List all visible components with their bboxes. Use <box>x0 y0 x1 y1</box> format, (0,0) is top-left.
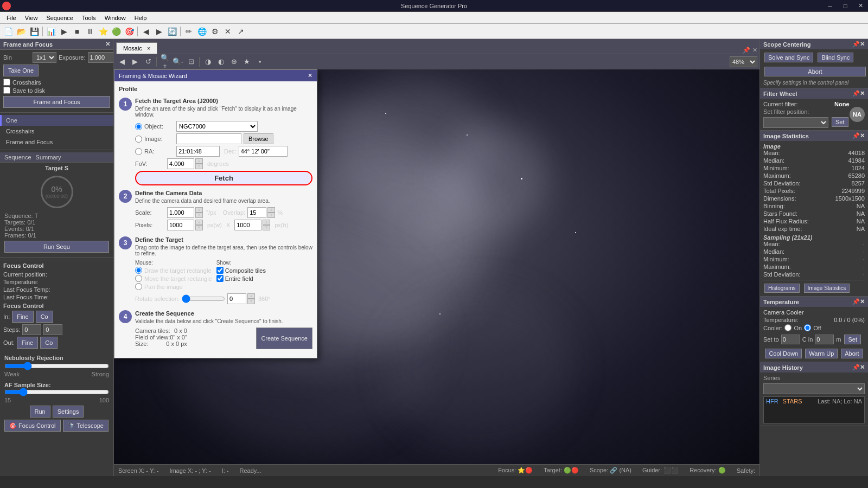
mosaic-tab[interactable]: Mosaic × <box>116 42 157 54</box>
menu-sequence[interactable]: Sequence <box>42 14 78 22</box>
af-sample-slider[interactable] <box>4 388 109 396</box>
ra-input[interactable] <box>176 146 220 157</box>
histograms-tab-button[interactable]: Histograms <box>764 284 800 293</box>
sidebar-item-one[interactable]: One <box>0 115 113 126</box>
toolbar-settings[interactable]: ⚙ <box>209 25 221 37</box>
close-button[interactable]: ✕ <box>853 0 868 12</box>
filter-set-button[interactable]: Set <box>832 117 848 127</box>
tab-area-close[interactable]: ✕ <box>752 47 757 54</box>
toolbar-refresh[interactable]: 🔄 <box>166 25 178 37</box>
menu-window[interactable]: Window <box>100 14 130 22</box>
toolbar-left[interactable]: ◀ <box>140 25 152 37</box>
image-input[interactable] <box>176 133 241 144</box>
move-rect-radio[interactable] <box>135 275 142 282</box>
telescope-button[interactable]: 🔭 Telescope <box>63 420 108 432</box>
img-back-button[interactable]: ◀ <box>116 56 128 68</box>
coarse-out-button[interactable]: Co <box>40 337 58 349</box>
fine-in-button[interactable]: Fine <box>12 311 33 323</box>
img-forward-button[interactable]: ▶ <box>129 56 141 68</box>
scope-abort-button[interactable]: Abort <box>764 67 866 76</box>
toolbar-pause[interactable]: ⏸ <box>84 25 96 37</box>
fov-up-arrow[interactable]: ▲ <box>195 158 203 164</box>
scale-up-arrow[interactable]: ▲ <box>195 207 203 213</box>
img-contrast-button[interactable]: ◑ <box>202 56 214 68</box>
image-history-controls[interactable]: 📌✕ <box>852 364 865 371</box>
rotate-input[interactable] <box>227 293 246 304</box>
dec-input[interactable] <box>239 146 288 157</box>
fine-out-button[interactable]: Fine <box>17 337 38 349</box>
frame-focus-close[interactable]: ✕ <box>105 41 110 48</box>
filter-wheel-controls[interactable]: 📌✕ <box>852 90 865 97</box>
toolbar-globe[interactable]: 🌐 <box>196 25 208 37</box>
crosshairs-checkbox[interactable] <box>3 79 10 86</box>
blind-sync-button[interactable]: Blind Sync <box>818 53 853 62</box>
menu-tools[interactable]: Tools <box>78 14 100 22</box>
cooler-on-radio[interactable] <box>784 324 792 331</box>
sidebar-item-crosshairs[interactable]: Crosshairs <box>0 126 113 137</box>
scope-centering-pin[interactable]: 📌✕ <box>852 41 865 48</box>
series-select[interactable] <box>763 383 865 394</box>
pixels-h-input[interactable] <box>234 220 261 230</box>
toolbar-save[interactable]: 💾 <box>28 25 40 37</box>
browse-button[interactable]: Browse <box>244 133 273 144</box>
img-crosshair-button[interactable]: ⊕ <box>228 56 240 68</box>
toolbar-target[interactable]: 🎯 <box>123 25 135 37</box>
cooler-off-radio[interactable] <box>804 324 811 331</box>
steps-input-1[interactable] <box>22 324 41 335</box>
maximize-button[interactable]: □ <box>838 0 853 12</box>
img-zoom-in-button[interactable]: 🔍+ <box>159 56 171 68</box>
object-select[interactable]: NGC7000 <box>176 121 258 132</box>
entire-field-checkbox[interactable] <box>216 275 224 282</box>
composite-tiles-checkbox[interactable] <box>216 267 224 274</box>
coarse-in-button[interactable]: Co <box>36 311 53 323</box>
filter-position-select[interactable] <box>763 117 828 128</box>
cool-down-button[interactable]: Cool Down <box>765 349 802 358</box>
toolbar-pencil[interactable]: ✏ <box>183 25 195 37</box>
overlap-down-arrow[interactable]: ▼ <box>267 213 275 218</box>
fetch-button[interactable]: Fetch <box>135 171 312 185</box>
toolbar-open[interactable]: 📂 <box>15 25 27 37</box>
pixels-h-down[interactable]: ▼ <box>263 225 270 230</box>
menu-file[interactable]: File <box>2 14 21 22</box>
toolbar-delete[interactable]: ✕ <box>222 25 234 37</box>
toolbar-star[interactable]: ⭐ <box>97 25 109 37</box>
overlap-up-arrow[interactable]: ▲ <box>267 207 275 213</box>
pixels-h-up[interactable]: ▲ <box>263 220 270 225</box>
run-sequence-button[interactable]: Run Sequ <box>4 241 109 253</box>
summary-tab[interactable]: Summary <box>36 154 61 160</box>
img-square-button[interactable]: ▪ <box>254 56 266 68</box>
scale-input[interactable] <box>167 207 194 218</box>
save-disk-checkbox[interactable] <box>3 87 10 94</box>
toolbar-export[interactable]: ↗ <box>235 25 247 37</box>
warm-up-button[interactable]: Warm Up <box>805 349 838 358</box>
temp-set-button[interactable]: Set <box>844 335 861 344</box>
toolbar-green[interactable]: 🟢 <box>110 25 122 37</box>
temperature-controls[interactable]: 📌✕ <box>852 298 865 305</box>
c-in-input[interactable] <box>815 335 834 344</box>
ra-radio[interactable] <box>135 148 142 155</box>
pixels-w-up[interactable]: ▲ <box>195 220 203 225</box>
toolbar-stop[interactable]: ■ <box>71 25 83 37</box>
take-one-button[interactable]: Take One <box>3 65 39 76</box>
toolbar-right[interactable]: ▶ <box>153 25 165 37</box>
set-to-input[interactable] <box>781 335 800 344</box>
overlap-input[interactable] <box>247 207 266 218</box>
frame-focus-button[interactable]: Frame and Focus <box>3 96 110 108</box>
image-radio[interactable] <box>135 136 142 143</box>
pan-radio[interactable] <box>135 283 142 290</box>
scale-down-arrow[interactable]: ▼ <box>195 213 203 218</box>
wizard-close-button[interactable]: ✕ <box>308 72 312 79</box>
toolbar-play[interactable]: ▶ <box>58 25 70 37</box>
menu-view[interactable]: View <box>21 14 42 22</box>
image-stats-controls[interactable]: 📌✕ <box>852 132 865 139</box>
temp-abort-button[interactable]: Abort <box>841 349 863 358</box>
sequence-tab[interactable]: Sequence <box>4 154 31 160</box>
sidebar-item-frame-focus[interactable]: Frame and Focus <box>0 137 113 147</box>
focus-control-sub-button[interactable]: 🎯 Focus Control <box>4 420 61 432</box>
rotate-up[interactable]: ▲ <box>247 293 255 299</box>
object-radio[interactable] <box>135 123 142 130</box>
img-fit-button[interactable]: ⊡ <box>185 56 197 68</box>
pixels-w-down[interactable]: ▼ <box>195 225 203 230</box>
mosaic-tab-close[interactable]: × <box>147 45 150 52</box>
img-refresh-button[interactable]: ↺ <box>142 56 154 68</box>
